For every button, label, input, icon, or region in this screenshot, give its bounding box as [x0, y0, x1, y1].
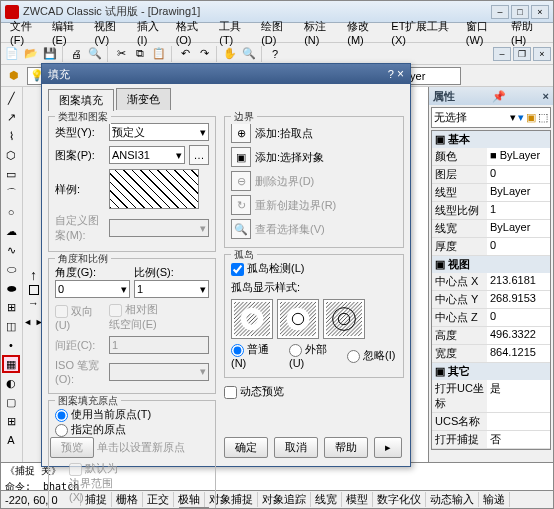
type-combo[interactable]: 预定义▾: [109, 123, 209, 141]
menu-item[interactable]: 文件(F): [5, 17, 47, 48]
prop-value[interactable]: 496.3322: [487, 327, 550, 344]
spline-icon[interactable]: ∿: [2, 241, 20, 259]
line-icon[interactable]: ╱: [2, 89, 20, 107]
status-toggle[interactable]: 对象追踪: [258, 492, 311, 507]
panel-pin-icon[interactable]: 📌: [492, 90, 506, 103]
filter-icon[interactable]: ▾: [518, 111, 524, 124]
menu-item[interactable]: 插入(I): [132, 17, 171, 48]
qselect-icon[interactable]: ⬚: [538, 111, 548, 124]
menu-item[interactable]: 视图(V): [89, 17, 132, 48]
doc-minimize-button[interactable]: –: [493, 47, 511, 61]
pattern-browse-button[interactable]: …: [189, 145, 209, 165]
xline-icon[interactable]: ↗: [2, 108, 20, 126]
gradient-icon[interactable]: ◐: [2, 374, 20, 392]
point-icon[interactable]: •: [2, 336, 20, 354]
prop-value[interactable]: ■ ByLayer: [487, 148, 550, 165]
save-icon[interactable]: 💾: [41, 45, 59, 63]
pattern-swatch[interactable]: [109, 169, 199, 209]
menu-item[interactable]: ET扩展工具(X): [386, 17, 460, 48]
angle-combo[interactable]: 0▾: [55, 280, 130, 298]
prop-value[interactable]: 是: [487, 380, 550, 412]
prop-value[interactable]: ByLayer: [487, 184, 550, 201]
menu-item[interactable]: 标注(N): [299, 17, 342, 48]
insert-icon[interactable]: ⊞: [2, 298, 20, 316]
status-toggle[interactable]: 数字化仪: [373, 492, 426, 507]
status-toggle[interactable]: 模型: [342, 492, 373, 507]
polygon-icon[interactable]: ⬡: [2, 146, 20, 164]
selection-combo[interactable]: 无选择: [434, 110, 508, 125]
island-ignore-radio[interactable]: [347, 350, 360, 363]
zoom-icon[interactable]: 🔍: [240, 45, 258, 63]
menu-item[interactable]: 修改(M): [342, 17, 386, 48]
island-outer-preview[interactable]: [277, 299, 319, 339]
prop-value[interactable]: ByLayer: [487, 220, 550, 237]
dynamic-preview-checkbox[interactable]: [224, 386, 237, 399]
pan-icon[interactable]: ✋: [221, 45, 239, 63]
prop-value[interactable]: 0: [487, 309, 550, 326]
collapse-icon[interactable]: ▣: [435, 258, 445, 271]
collapse-icon[interactable]: ▣: [435, 133, 445, 146]
hatch-icon[interactable]: ▦: [2, 355, 20, 373]
preview-icon[interactable]: 🔍: [86, 45, 104, 63]
tab-hatch[interactable]: 图案填充: [48, 89, 114, 111]
add-select-button[interactable]: ▣: [231, 147, 251, 167]
new-icon[interactable]: 📄: [3, 45, 21, 63]
paste-icon[interactable]: 📋: [150, 45, 168, 63]
collapse-icon[interactable]: ▣: [435, 365, 445, 378]
menu-item[interactable]: 工具(T): [214, 17, 256, 48]
tab-gradient[interactable]: 渐变色: [116, 88, 171, 110]
menu-item[interactable]: 编辑(E): [47, 17, 90, 48]
menu-item[interactable]: 帮助(H): [506, 17, 549, 48]
island-normal-preview[interactable]: [231, 299, 273, 339]
prop-value[interactable]: 1: [487, 202, 550, 219]
help-button[interactable]: 帮助: [324, 437, 368, 458]
prop-value[interactable]: 0: [487, 238, 550, 255]
status-toggle[interactable]: 输递: [479, 492, 510, 507]
menu-item[interactable]: 窗口(W): [461, 17, 506, 48]
redo-icon[interactable]: ↷: [195, 45, 213, 63]
scale-combo[interactable]: 1▾: [134, 280, 209, 298]
use-current-origin-radio[interactable]: [55, 409, 68, 422]
dialog-help-icon[interactable]: ?: [388, 68, 394, 80]
prop-value[interactable]: 213.6181: [487, 273, 550, 290]
open-icon[interactable]: 📂: [22, 45, 40, 63]
text-icon[interactable]: A: [2, 431, 20, 449]
menu-item[interactable]: 绘图(D): [256, 17, 299, 48]
island-outer-radio[interactable]: [289, 344, 302, 357]
menu-item[interactable]: 格式(O): [171, 17, 215, 48]
pattern-combo[interactable]: ANSI31▾: [109, 146, 185, 164]
revcloud-icon[interactable]: ☁: [2, 222, 20, 240]
region-icon[interactable]: ▢: [2, 393, 20, 411]
ellipse-arc-icon[interactable]: ⬬: [2, 279, 20, 297]
island-normal-radio[interactable]: [231, 344, 244, 357]
rectangle-icon[interactable]: ▭: [2, 165, 20, 183]
prop-value[interactable]: 864.1215: [487, 345, 550, 362]
island-detect-checkbox[interactable]: [231, 263, 244, 276]
copy-icon[interactable]: ⧉: [131, 45, 149, 63]
cancel-button[interactable]: 取消: [274, 437, 318, 458]
circle-icon[interactable]: ○: [2, 203, 20, 221]
panel-close-icon[interactable]: ×: [543, 90, 549, 102]
expand-button[interactable]: ▸: [374, 437, 402, 458]
prop-value[interactable]: 0: [487, 166, 550, 183]
doc-close-button[interactable]: ×: [533, 47, 551, 61]
specified-origin-radio[interactable]: [55, 424, 68, 437]
chevron-down-icon[interactable]: ▾: [510, 111, 516, 124]
ok-button[interactable]: 确定: [224, 437, 268, 458]
block-icon[interactable]: ◫: [2, 317, 20, 335]
island-ignore-preview[interactable]: [323, 299, 365, 339]
add-pick-button[interactable]: ⊕: [231, 123, 251, 143]
pick-icon[interactable]: ▣: [526, 111, 536, 124]
table-icon[interactable]: ⊞: [2, 412, 20, 430]
print-icon[interactable]: 🖨: [67, 45, 85, 63]
pline-icon[interactable]: ⌇: [2, 127, 20, 145]
undo-icon[interactable]: ↶: [176, 45, 194, 63]
doc-restore-button[interactable]: ❐: [513, 47, 531, 61]
arc-icon[interactable]: ⌒: [2, 184, 20, 202]
ellipse-icon[interactable]: ⬭: [2, 260, 20, 278]
help-icon[interactable]: ?: [266, 45, 284, 63]
status-toggle[interactable]: 线宽: [311, 492, 342, 507]
layer-props-icon[interactable]: ⬢: [5, 67, 23, 85]
dialog-close-icon[interactable]: ×: [397, 67, 404, 81]
status-toggle[interactable]: 动态输入: [426, 492, 479, 507]
